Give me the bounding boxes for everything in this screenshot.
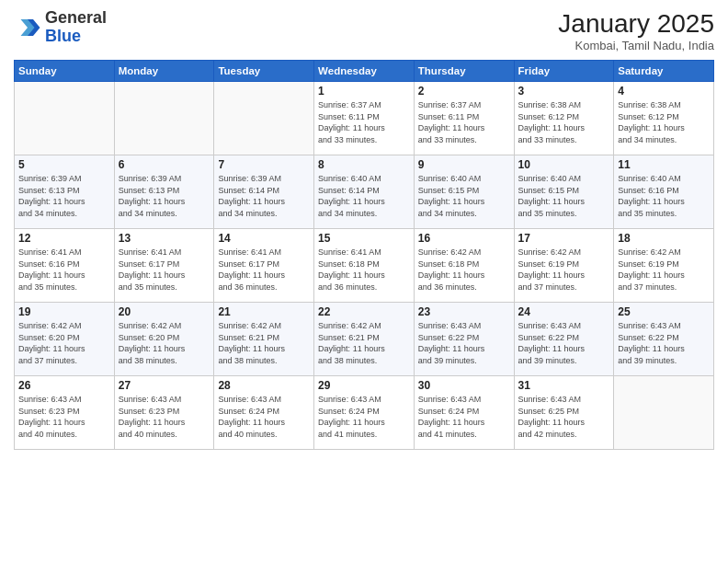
day-cell: 4Sunrise: 6:38 AM Sunset: 6:12 PM Daylig… bbox=[614, 82, 714, 155]
col-header-thursday: Thursday bbox=[414, 61, 514, 82]
day-number: 13 bbox=[119, 232, 210, 245]
day-number: 29 bbox=[318, 379, 410, 392]
day-number: 6 bbox=[119, 158, 210, 171]
logo-general: General bbox=[45, 8, 107, 27]
month-title: January 2025 bbox=[558, 9, 714, 39]
day-cell: 2Sunrise: 6:37 AM Sunset: 6:11 PM Daylig… bbox=[414, 82, 514, 155]
day-info: Sunrise: 6:42 AM Sunset: 6:21 PM Dayligh… bbox=[218, 320, 310, 366]
page: General Blue January 2025 Kombai, Tamil … bbox=[0, 0, 728, 563]
day-info: Sunrise: 6:41 AM Sunset: 6:17 PM Dayligh… bbox=[119, 247, 210, 293]
logo: General Blue bbox=[14, 9, 107, 46]
day-cell: 27Sunrise: 6:43 AM Sunset: 6:23 PM Dayli… bbox=[114, 376, 214, 450]
day-cell: 13Sunrise: 6:41 AM Sunset: 6:17 PM Dayli… bbox=[114, 229, 214, 303]
col-header-saturday: Saturday bbox=[614, 61, 714, 82]
day-cell: 11Sunrise: 6:40 AM Sunset: 6:16 PM Dayli… bbox=[614, 155, 714, 229]
day-info: Sunrise: 6:43 AM Sunset: 6:22 PM Dayligh… bbox=[418, 320, 510, 366]
day-cell: 22Sunrise: 6:42 AM Sunset: 6:21 PM Dayli… bbox=[314, 303, 415, 376]
day-cell: 3Sunrise: 6:38 AM Sunset: 6:12 PM Daylig… bbox=[514, 82, 614, 155]
logo-icon bbox=[14, 14, 41, 41]
week-row-4: 19Sunrise: 6:42 AM Sunset: 6:20 PM Dayli… bbox=[15, 303, 714, 376]
day-info: Sunrise: 6:39 AM Sunset: 6:13 PM Dayligh… bbox=[119, 173, 210, 219]
day-info: Sunrise: 6:40 AM Sunset: 6:14 PM Dayligh… bbox=[318, 173, 410, 219]
day-cell: 16Sunrise: 6:42 AM Sunset: 6:18 PM Dayli… bbox=[414, 229, 514, 303]
day-cell: 10Sunrise: 6:40 AM Sunset: 6:15 PM Dayli… bbox=[514, 155, 614, 229]
day-cell: 24Sunrise: 6:43 AM Sunset: 6:22 PM Dayli… bbox=[514, 303, 614, 376]
day-number: 21 bbox=[218, 305, 310, 318]
day-info: Sunrise: 6:38 AM Sunset: 6:12 PM Dayligh… bbox=[618, 99, 710, 145]
day-number: 7 bbox=[218, 158, 310, 171]
day-number: 22 bbox=[318, 305, 410, 318]
day-info: Sunrise: 6:37 AM Sunset: 6:11 PM Dayligh… bbox=[318, 99, 410, 145]
day-cell: 21Sunrise: 6:42 AM Sunset: 6:21 PM Dayli… bbox=[214, 303, 314, 376]
logo-text: General Blue bbox=[45, 9, 107, 46]
day-number: 23 bbox=[418, 305, 510, 318]
day-cell: 17Sunrise: 6:42 AM Sunset: 6:19 PM Dayli… bbox=[514, 229, 614, 303]
day-info: Sunrise: 6:43 AM Sunset: 6:22 PM Dayligh… bbox=[618, 320, 710, 366]
week-row-5: 26Sunrise: 6:43 AM Sunset: 6:23 PM Dayli… bbox=[15, 376, 714, 450]
day-info: Sunrise: 6:38 AM Sunset: 6:12 PM Dayligh… bbox=[518, 99, 610, 145]
day-info: Sunrise: 6:43 AM Sunset: 6:23 PM Dayligh… bbox=[119, 394, 210, 440]
day-cell: 29Sunrise: 6:43 AM Sunset: 6:24 PM Dayli… bbox=[314, 376, 415, 450]
subtitle: Kombai, Tamil Nadu, India bbox=[558, 39, 714, 52]
day-number: 8 bbox=[318, 158, 410, 171]
day-number: 31 bbox=[518, 379, 610, 392]
day-info: Sunrise: 6:43 AM Sunset: 6:22 PM Dayligh… bbox=[518, 320, 610, 366]
day-number: 17 bbox=[518, 232, 610, 245]
day-info: Sunrise: 6:40 AM Sunset: 6:15 PM Dayligh… bbox=[418, 173, 510, 219]
day-cell: 15Sunrise: 6:41 AM Sunset: 6:18 PM Dayli… bbox=[314, 229, 415, 303]
col-header-wednesday: Wednesday bbox=[314, 61, 415, 82]
day-info: Sunrise: 6:42 AM Sunset: 6:19 PM Dayligh… bbox=[518, 247, 610, 293]
day-cell: 28Sunrise: 6:43 AM Sunset: 6:24 PM Dayli… bbox=[214, 376, 314, 450]
day-info: Sunrise: 6:40 AM Sunset: 6:15 PM Dayligh… bbox=[518, 173, 610, 219]
day-cell: 25Sunrise: 6:43 AM Sunset: 6:22 PM Dayli… bbox=[614, 303, 714, 376]
day-cell: 18Sunrise: 6:42 AM Sunset: 6:19 PM Dayli… bbox=[614, 229, 714, 303]
day-info: Sunrise: 6:43 AM Sunset: 6:24 PM Dayligh… bbox=[418, 394, 510, 440]
day-cell: 12Sunrise: 6:41 AM Sunset: 6:16 PM Dayli… bbox=[15, 229, 115, 303]
week-row-3: 12Sunrise: 6:41 AM Sunset: 6:16 PM Dayli… bbox=[15, 229, 714, 303]
day-info: Sunrise: 6:41 AM Sunset: 6:16 PM Dayligh… bbox=[18, 247, 110, 293]
day-number: 4 bbox=[618, 85, 710, 98]
day-info: Sunrise: 6:42 AM Sunset: 6:20 PM Dayligh… bbox=[119, 320, 210, 366]
day-number: 12 bbox=[18, 232, 110, 245]
day-cell bbox=[114, 82, 214, 155]
day-cell: 7Sunrise: 6:39 AM Sunset: 6:14 PM Daylig… bbox=[214, 155, 314, 229]
day-cell: 8Sunrise: 6:40 AM Sunset: 6:14 PM Daylig… bbox=[314, 155, 415, 229]
day-info: Sunrise: 6:42 AM Sunset: 6:20 PM Dayligh… bbox=[18, 320, 110, 366]
day-number: 2 bbox=[418, 85, 510, 98]
day-info: Sunrise: 6:40 AM Sunset: 6:16 PM Dayligh… bbox=[618, 173, 710, 219]
calendar: SundayMondayTuesdayWednesdayThursdayFrid… bbox=[14, 60, 714, 450]
day-cell: 14Sunrise: 6:41 AM Sunset: 6:17 PM Dayli… bbox=[214, 229, 314, 303]
logo-blue: Blue bbox=[45, 27, 81, 45]
day-cell: 5Sunrise: 6:39 AM Sunset: 6:13 PM Daylig… bbox=[15, 155, 115, 229]
day-cell: 26Sunrise: 6:43 AM Sunset: 6:23 PM Dayli… bbox=[15, 376, 115, 450]
day-number: 28 bbox=[218, 379, 310, 392]
day-number: 11 bbox=[618, 158, 710, 171]
day-cell: 1Sunrise: 6:37 AM Sunset: 6:11 PM Daylig… bbox=[314, 82, 415, 155]
day-number: 16 bbox=[418, 232, 510, 245]
day-info: Sunrise: 6:43 AM Sunset: 6:25 PM Dayligh… bbox=[518, 394, 610, 440]
day-number: 3 bbox=[518, 85, 610, 98]
day-number: 15 bbox=[318, 232, 410, 245]
week-row-1: 1Sunrise: 6:37 AM Sunset: 6:11 PM Daylig… bbox=[15, 82, 714, 155]
col-header-sunday: Sunday bbox=[15, 61, 115, 82]
day-cell: 9Sunrise: 6:40 AM Sunset: 6:15 PM Daylig… bbox=[414, 155, 514, 229]
day-cell: 23Sunrise: 6:43 AM Sunset: 6:22 PM Dayli… bbox=[414, 303, 514, 376]
col-header-tuesday: Tuesday bbox=[214, 61, 314, 82]
col-header-friday: Friday bbox=[514, 61, 614, 82]
day-info: Sunrise: 6:43 AM Sunset: 6:24 PM Dayligh… bbox=[218, 394, 310, 440]
day-number: 30 bbox=[418, 379, 510, 392]
day-info: Sunrise: 6:43 AM Sunset: 6:23 PM Dayligh… bbox=[18, 394, 110, 440]
day-number: 19 bbox=[18, 305, 110, 318]
day-number: 1 bbox=[318, 85, 410, 98]
day-cell: 31Sunrise: 6:43 AM Sunset: 6:25 PM Dayli… bbox=[514, 376, 614, 450]
day-cell: 20Sunrise: 6:42 AM Sunset: 6:20 PM Dayli… bbox=[114, 303, 214, 376]
day-number: 24 bbox=[518, 305, 610, 318]
day-info: Sunrise: 6:39 AM Sunset: 6:13 PM Dayligh… bbox=[18, 173, 110, 219]
day-cell: 30Sunrise: 6:43 AM Sunset: 6:24 PM Dayli… bbox=[414, 376, 514, 450]
calendar-header-row: SundayMondayTuesdayWednesdayThursdayFrid… bbox=[15, 61, 714, 82]
day-number: 9 bbox=[418, 158, 510, 171]
col-header-monday: Monday bbox=[114, 61, 214, 82]
day-cell: 19Sunrise: 6:42 AM Sunset: 6:20 PM Dayli… bbox=[15, 303, 115, 376]
day-cell bbox=[214, 82, 314, 155]
day-number: 20 bbox=[119, 305, 210, 318]
